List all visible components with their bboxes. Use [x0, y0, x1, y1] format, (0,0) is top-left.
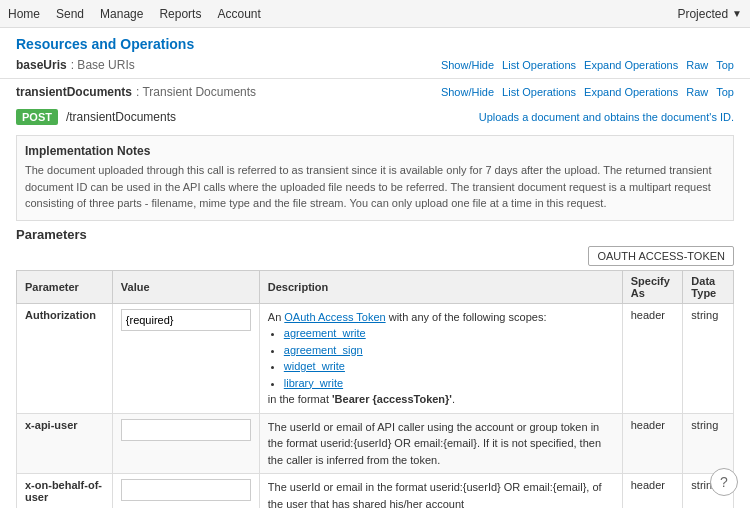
base-uris-sub: : Base URIs: [71, 58, 135, 72]
base-uris-top[interactable]: Top: [716, 59, 734, 71]
nav-send[interactable]: Send: [56, 1, 84, 27]
oauth-row: OAUTH ACCESS-TOKEN: [16, 246, 734, 266]
divider-1: [0, 78, 750, 79]
col-specify-as: Specify As: [622, 270, 683, 303]
param-specify-as: header: [622, 413, 683, 474]
parameters-table: Parameter Value Description Specify As D…: [16, 270, 734, 509]
col-description: Description: [259, 270, 622, 303]
param-name: x-api-user: [17, 413, 113, 474]
table-row: x-on-behalf-of-userThe userId or email i…: [17, 474, 734, 509]
param-data-type: string: [683, 413, 734, 474]
implementation-notes: Implementation Notes The document upload…: [16, 135, 734, 221]
col-data-type: Data Type: [683, 270, 734, 303]
page-title: Resources and Operations: [16, 36, 194, 52]
nav-reports[interactable]: Reports: [159, 1, 201, 27]
transient-docs-actions: Show/Hide List Operations Expand Operati…: [441, 86, 734, 98]
param-value-input[interactable]: [121, 419, 251, 441]
table-row: AuthorizationAn OAuth Access Token with …: [17, 303, 734, 413]
param-value-input[interactable]: [121, 309, 251, 331]
param-specify-as: header: [622, 303, 683, 413]
content-area: Resources and Operations baseUris : Base…: [0, 28, 750, 508]
help-button[interactable]: ?: [710, 468, 738, 496]
oauth-access-token-button[interactable]: OAUTH ACCESS-TOKEN: [588, 246, 734, 266]
base-uris-expand-ops[interactable]: Expand Operations: [584, 59, 678, 71]
param-description: The userId or email in the format userid…: [259, 474, 622, 509]
param-value-cell: [112, 474, 259, 509]
endpoint-description-link[interactable]: Uploads a document and obtains the docum…: [479, 111, 734, 123]
projected-arrow-icon: ▼: [732, 8, 742, 19]
transient-docs-top[interactable]: Top: [716, 86, 734, 98]
base-uris-raw[interactable]: Raw: [686, 59, 708, 71]
agreement-sign-link[interactable]: agreement_sign: [284, 344, 363, 356]
nav-home[interactable]: Home: [8, 1, 40, 27]
transient-docs-sub: : Transient Documents: [136, 85, 256, 99]
param-specify-as: header: [622, 474, 683, 509]
base-uris-show-hide[interactable]: Show/Hide: [441, 59, 494, 71]
endpoint-row: POST /transientDocuments Uploads a docum…: [0, 105, 750, 129]
top-navigation: Home Send Manage Reports Account Project…: [0, 0, 750, 28]
parameters-title: Parameters: [16, 227, 734, 242]
impl-notes-text: The document uploaded through this call …: [25, 162, 725, 212]
param-value-input[interactable]: [121, 479, 251, 501]
col-value: Value: [112, 270, 259, 303]
transient-docs-show-hide[interactable]: Show/Hide: [441, 86, 494, 98]
projected-area: Projected ▼: [677, 7, 742, 21]
projected-label: Projected: [677, 7, 728, 21]
param-description: The userId or email of API caller using …: [259, 413, 622, 474]
base-uris-list-ops[interactable]: List Operations: [502, 59, 576, 71]
base-uris-label: baseUris: [16, 58, 67, 72]
transient-docs-raw[interactable]: Raw: [686, 86, 708, 98]
library-write-link[interactable]: library_write: [284, 377, 343, 389]
base-uris-actions: Show/Hide List Operations Expand Operati…: [441, 59, 734, 71]
param-description: An OAuth Access Token with any of the fo…: [259, 303, 622, 413]
parameters-section: Parameters OAUTH ACCESS-TOKEN Parameter …: [16, 227, 734, 509]
param-data-type: string: [683, 303, 734, 413]
agreement-write-link[interactable]: agreement_write: [284, 327, 366, 339]
table-row: x-api-userThe userId or email of API cal…: [17, 413, 734, 474]
col-parameter: Parameter: [17, 270, 113, 303]
nav-account[interactable]: Account: [217, 1, 260, 27]
transient-docs-expand-ops[interactable]: Expand Operations: [584, 86, 678, 98]
page-header: Resources and Operations: [0, 28, 750, 56]
method-badge: POST: [16, 109, 58, 125]
param-value-cell: [112, 303, 259, 413]
widget-write-link[interactable]: widget_write: [284, 360, 345, 372]
transient-docs-list-ops[interactable]: List Operations: [502, 86, 576, 98]
nav-items: Home Send Manage Reports Account: [8, 1, 261, 27]
param-name: Authorization: [17, 303, 113, 413]
transient-docs-label: transientDocuments: [16, 85, 132, 99]
param-value-cell: [112, 413, 259, 474]
endpoint-path: /transientDocuments: [66, 110, 479, 124]
nav-manage[interactable]: Manage: [100, 1, 143, 27]
transient-docs-section-header: transientDocuments : Transient Documents…: [0, 83, 750, 101]
base-uris-section-header: baseUris : Base URIs Show/Hide List Oper…: [0, 56, 750, 74]
impl-notes-title: Implementation Notes: [25, 144, 725, 158]
oauth-link[interactable]: OAuth Access Token: [284, 311, 385, 323]
param-name: x-on-behalf-of-user: [17, 474, 113, 509]
